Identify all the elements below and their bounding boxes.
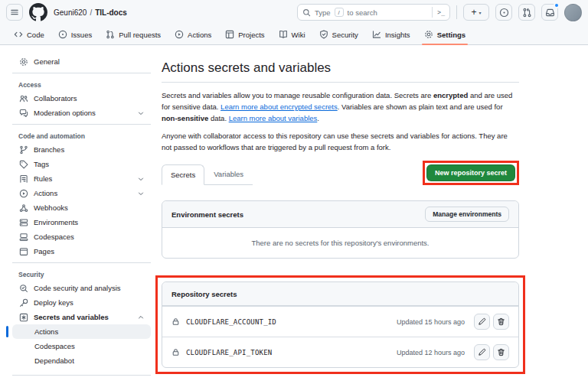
sidebar-item-rules[interactable]: Rules: [12, 171, 151, 186]
sidebar-item-actions[interactable]: Actions: [12, 186, 151, 200]
tab-wiki[interactable]: Wiki: [273, 24, 312, 44]
intro-bold-encrypted: encrypted: [433, 91, 468, 99]
gear-icon: [424, 30, 433, 39]
annotation-highlight-new-secret: New repository secret: [423, 161, 519, 185]
lock-icon: [172, 348, 180, 356]
manage-environments-button[interactable]: Manage environments: [425, 207, 509, 222]
sidebar-item-branches[interactable]: Branches: [12, 142, 151, 157]
secret-name: CLOUDFLARE_ACCOUNT_ID: [186, 318, 276, 326]
link-encrypted-secrets[interactable]: Learn more about encrypted secrets: [220, 103, 338, 111]
key-icon: [18, 298, 28, 308]
search-input[interactable]: Type / to search >_: [297, 4, 450, 21]
settings-sidebar: General Access Collaborators Moderation …: [0, 45, 162, 379]
search-icon: [302, 8, 311, 17]
sidebar-section-security: Security: [12, 267, 151, 281]
sidebar-item-codespaces[interactable]: Codespaces: [12, 229, 151, 244]
sidebar-subitem-actions[interactable]: Actions: [12, 324, 151, 339]
tab-label: Security: [332, 31, 358, 39]
gear-icon: [18, 57, 28, 67]
breadcrumb-owner[interactable]: Geuni620: [54, 8, 87, 17]
breadcrumb: Geuni620 / TIL-docs: [54, 8, 127, 17]
search-placeholder-prefix: Type: [315, 8, 331, 17]
link-variables[interactable]: Learn more about variables: [229, 114, 318, 122]
caret-down-icon: ▾: [479, 10, 482, 15]
sidebar-item-environments[interactable]: Environments: [12, 215, 151, 229]
secrets-tab-row: Secrets Variables New repository secret: [162, 161, 519, 185]
delete-secret-button[interactable]: [493, 314, 509, 330]
sidebar-item-deploy-keys[interactable]: Deploy keys: [12, 295, 151, 310]
tab-issues[interactable]: Issues: [52, 24, 98, 44]
edit-secret-button[interactable]: [474, 344, 490, 360]
create-new-button[interactable]: + ▾: [463, 4, 489, 21]
server-icon: [18, 218, 28, 227]
tab-settings[interactable]: Settings: [418, 24, 472, 44]
trash-icon: [497, 317, 505, 326]
sidebar-section-code-automation: Code and automation: [12, 129, 151, 142]
hamburger-menu-icon: [10, 8, 19, 17]
intro-paragraph: Secrets and variables allow you to manag…: [162, 89, 519, 124]
tab-pull-requests[interactable]: Pull requests: [100, 24, 167, 44]
tab-label: Code: [27, 31, 44, 39]
slash-key-hint: /: [335, 8, 344, 17]
trash-icon: [497, 348, 505, 356]
tab-secrets[interactable]: Secrets: [162, 164, 204, 185]
intro-text: data.: [208, 114, 228, 122]
delete-secret-button[interactable]: [493, 344, 509, 360]
code-icon: [14, 30, 23, 39]
sidebar-item-code-security[interactable]: Code security and analysis: [12, 281, 151, 295]
inbox-button[interactable]: [541, 4, 558, 21]
sidebar-subitem-codespaces[interactable]: Codespaces: [12, 339, 151, 353]
repository-secrets-card: Repository secrets CLOUDFLARE_ACCOUNT_ID…: [162, 281, 519, 368]
github-logo[interactable]: [29, 3, 47, 21]
tab-security[interactable]: Security: [313, 24, 364, 44]
sidebar-item-tags[interactable]: Tags: [12, 157, 151, 171]
annotation-highlight-repository-secrets: Repository secrets CLOUDFLARE_ACCOUNT_ID…: [155, 275, 525, 374]
global-header: Geuni620 / TIL-docs Type / to search >_ …: [0, 0, 588, 24]
command-palette-icon[interactable]: >_: [432, 7, 445, 18]
sidebar-subitem-dependabot[interactable]: Dependabot: [12, 353, 151, 368]
tab-variables[interactable]: Variables: [204, 164, 253, 184]
sidebar-item-collaborators[interactable]: Collaborators: [12, 91, 151, 106]
hamburger-menu-button[interactable]: [6, 4, 23, 21]
tab-actions[interactable]: Actions: [168, 24, 217, 44]
issues-dashboard-button[interactable]: [495, 4, 512, 21]
sidebar-item-general[interactable]: General: [12, 54, 151, 69]
sidebar-item-webhooks[interactable]: Webhooks: [12, 200, 151, 215]
tab-label: Settings: [437, 31, 466, 39]
sidebar-section-access: Access: [12, 77, 151, 91]
sidebar-item-secrets-and-variables[interactable]: Secrets and variables: [12, 310, 151, 324]
tab-projects[interactable]: Projects: [219, 24, 270, 44]
new-repository-secret-button[interactable]: New repository secret: [426, 164, 515, 181]
tab-label: Actions: [188, 31, 211, 39]
codespaces-icon: [18, 233, 28, 242]
repo-nav: Code Issues Pull requests Actions Projec…: [0, 24, 588, 45]
breadcrumb-separator: /: [90, 8, 92, 17]
chevron-up-icon: [137, 314, 145, 321]
secret-actions: [474, 344, 509, 360]
avatar[interactable]: [564, 4, 582, 21]
pencil-icon: [478, 317, 486, 326]
pull-request-icon: [522, 8, 532, 18]
environment-secrets-card: Environment secrets Manage environments …: [162, 200, 519, 259]
tab-label: Insights: [385, 31, 410, 39]
shield-icon: [319, 30, 328, 39]
header-divider: [456, 5, 457, 19]
git-branch-icon: [18, 145, 28, 155]
search-placeholder-suffix: to search: [348, 8, 377, 17]
intro-text: Secrets and variables allow you to manag…: [162, 91, 433, 99]
edit-secret-button[interactable]: [474, 314, 490, 330]
page-title: Actions secrets and variables: [162, 60, 519, 83]
sidebar-item-pages[interactable]: Pages: [12, 244, 151, 259]
environment-secrets-header: Environment secrets Manage environments: [162, 201, 518, 228]
tab-code[interactable]: Code: [8, 24, 51, 44]
intro-text: . Variables are shown as plain text and …: [338, 103, 503, 111]
breadcrumb-repo[interactable]: TIL-docs: [95, 8, 127, 17]
webhook-icon: [18, 203, 28, 213]
tab-insights[interactable]: Insights: [366, 24, 416, 44]
tab-label: Projects: [238, 31, 264, 39]
tab-label: Wiki: [292, 31, 305, 39]
main-content: Actions secrets and variables Secrets an…: [162, 45, 519, 379]
sidebar-item-moderation-options[interactable]: Moderation options: [12, 106, 151, 120]
pull-requests-dashboard-button[interactable]: [518, 4, 535, 21]
secret-actions: [474, 314, 509, 330]
